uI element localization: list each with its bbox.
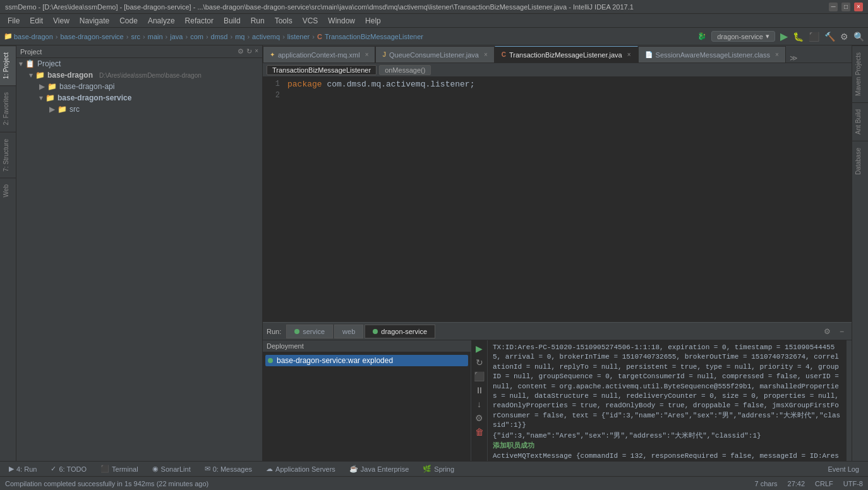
run-tab-service[interactable]: service xyxy=(286,325,333,338)
base-dragon-path: D:\Ares\idea\ssmDemo\base-dragon xyxy=(99,72,202,79)
menu-edit[interactable]: Edit xyxy=(25,15,48,27)
bottom-tab-run[interactable]: ▶ 4: Run xyxy=(3,463,43,474)
nav-base-dragon-service[interactable]: base-dragon-service xyxy=(60,33,123,40)
menu-file[interactable]: File xyxy=(3,15,25,27)
tab-close-queue[interactable]: × xyxy=(484,51,488,58)
menu-tools[interactable]: Tools xyxy=(270,15,298,27)
java-icon-t: C xyxy=(502,51,506,58)
output-panel[interactable]: TX:ID:Ares-PC-51020-1510905274506-1:1:18… xyxy=(488,340,847,461)
vtab-ant[interactable]: Ant Build xyxy=(852,102,868,141)
tree-item-base-dragon[interactable]: ▾ 📁 base-dragon D:\Ares\idea\ssmDemo\bas… xyxy=(16,69,262,81)
close-btn[interactable]: × xyxy=(854,3,863,11)
tree-item-base-dragon-api[interactable]: ▶ 📁 base-dragon-api xyxy=(16,81,262,92)
run-settings-btn[interactable]: ⚙ xyxy=(474,412,485,424)
run-config-label: 🐉 xyxy=(697,32,706,40)
tree-item-project-root[interactable]: ▾ 📋 Project xyxy=(16,58,262,69)
run-tab-web[interactable]: web xyxy=(334,325,363,338)
tab-sessionaware[interactable]: 📄 SessionAwareMessageListener.class × xyxy=(638,46,786,63)
nav-sep2: › xyxy=(126,33,129,40)
tab-close-transaction[interactable]: × xyxy=(627,51,631,58)
build-btn[interactable]: 🔨 xyxy=(824,32,835,42)
status-right-area: 7 chars 27:42 CRLF UTF-8 xyxy=(754,480,863,487)
vtab-project[interactable]: 1: Project xyxy=(0,45,16,85)
nav-mq[interactable]: mq xyxy=(235,33,244,40)
bottom-tab-eventlog[interactable]: Event Log xyxy=(821,464,865,474)
run-btn[interactable]: ▶ xyxy=(780,30,788,42)
bottom-tab-appservers[interactable]: ☁ Application Servers xyxy=(260,463,342,474)
menu-navigate[interactable]: Navigate xyxy=(75,15,114,27)
bottom-tab-messages[interactable]: ✉ 0: Messages xyxy=(198,463,258,474)
bottom-tab-javaee[interactable]: ☕ Java Enterprise xyxy=(343,463,415,474)
run-clear-btn[interactable]: 🗑 xyxy=(474,426,485,438)
tree-item-src[interactable]: ▶ 📁 src xyxy=(16,104,262,115)
output-line-success-1: 添加职员成功 xyxy=(493,441,841,451)
nav-sep7: › xyxy=(230,33,232,40)
deployment-item[interactable]: base-dragon-service:war exploded xyxy=(265,355,468,366)
tab-close-appcontext[interactable]: × xyxy=(365,51,369,58)
run-play-btn[interactable]: ▶ xyxy=(474,343,485,354)
sonar-tab-icon: ◉ xyxy=(152,465,159,473)
vtab-database[interactable]: Database xyxy=(852,141,868,181)
status-linesep[interactable]: CRLF xyxy=(815,480,833,487)
menu-build[interactable]: Build xyxy=(219,15,246,27)
vtab-favorites[interactable]: 2: Favorites xyxy=(0,85,16,131)
menu-code[interactable]: Code xyxy=(114,15,143,27)
editor-content[interactable]: 1 package com.dmsd.mq.activemq.listener;… xyxy=(263,77,852,322)
gear-icon[interactable]: ⚙ xyxy=(238,47,244,56)
run-tab-settings[interactable]: ⚙ xyxy=(820,327,835,336)
run-tab-dragonservice[interactable]: dragon-service xyxy=(365,325,435,338)
nav-classname[interactable]: TransactionBizMessageListener xyxy=(325,33,423,40)
nav-main[interactable]: main xyxy=(148,33,163,40)
run-reload-btn[interactable]: ↻ xyxy=(474,357,485,368)
stop-btn[interactable]: ⬛ xyxy=(809,32,819,42)
search-icon[interactable]: 🔍 xyxy=(853,32,864,42)
method-tab-class[interactable]: TransactionBizMessageListener xyxy=(267,65,377,75)
chevron-down-icon: ▾ xyxy=(19,59,23,68)
bottom-tab-sonar[interactable]: ◉ SonarLint xyxy=(146,463,197,474)
nav-activemq[interactable]: activemq xyxy=(252,33,280,40)
nav-com[interactable]: com xyxy=(190,33,203,40)
menu-run[interactable]: Run xyxy=(246,15,270,27)
vtab-web[interactable]: Web xyxy=(0,177,16,203)
nav-java[interactable]: java xyxy=(170,33,183,40)
close-icon[interactable]: × xyxy=(255,47,258,56)
vtab-structure[interactable]: 7: Structure xyxy=(0,132,16,178)
tab-close-session[interactable]: × xyxy=(775,51,779,58)
menu-analyze[interactable]: Analyze xyxy=(143,15,180,27)
sync-icon[interactable]: ↻ xyxy=(246,47,252,56)
code-line-2: 2 xyxy=(263,91,852,102)
run-pause-btn[interactable]: ⏸ xyxy=(474,385,485,396)
minimize-btn[interactable]: ─ xyxy=(829,3,838,11)
run-arrow-btn[interactable]: ↓ xyxy=(474,398,485,410)
bottom-tab-terminal[interactable]: ⬛ Terminal xyxy=(94,463,145,474)
nav-listener[interactable]: listener xyxy=(287,33,310,40)
menu-refactor[interactable]: Refactor xyxy=(180,15,219,27)
bottom-tab-todo[interactable]: ✓ 6: TODO xyxy=(44,463,93,474)
settings-icon[interactable]: ⚙ xyxy=(840,32,848,42)
run-stop-btn[interactable]: ⬛ xyxy=(474,371,485,382)
bottom-tab-spring[interactable]: 🌿 Spring xyxy=(416,463,461,474)
deployment-label: Deployment xyxy=(267,342,304,350)
menu-view[interactable]: View xyxy=(48,15,75,27)
tab-more-icon[interactable]: ≫ xyxy=(786,54,802,63)
src-label: src xyxy=(69,105,80,114)
menu-help[interactable]: Help xyxy=(360,15,386,27)
run-content-area: Deployment base-dragon-service:war explo… xyxy=(263,340,852,461)
tab-appcontext-mq[interactable]: ✦ applicationContext-mq.xml × xyxy=(263,46,375,63)
menu-window[interactable]: Window xyxy=(323,15,360,27)
tab-transactionbiz[interactable]: C TransactionBizMessageListener.java × xyxy=(495,46,638,63)
status-encoding[interactable]: UTF-8 xyxy=(843,480,863,487)
output-scrollbar[interactable] xyxy=(847,340,852,461)
nav-base-dragon[interactable]: base-dragon xyxy=(14,33,53,40)
tab-queueconsume[interactable]: J QueueConsumeListener.java × xyxy=(375,46,494,63)
menu-vcs[interactable]: VCS xyxy=(298,15,323,27)
run-config-selector[interactable]: dragon-service ▾ xyxy=(711,31,775,42)
debug-btn[interactable]: 🐛 xyxy=(793,32,804,42)
nav-src[interactable]: src xyxy=(131,33,140,40)
vtab-maven[interactable]: Maven Projects xyxy=(852,45,868,102)
nav-dmsd[interactable]: dmsd xyxy=(211,33,228,40)
maximize-btn[interactable]: □ xyxy=(841,3,850,11)
method-tab-onmessage[interactable]: onMessage() xyxy=(379,65,431,75)
tree-item-base-dragon-service[interactable]: ▾ 📁 base-dragon-service xyxy=(16,92,262,104)
run-tab-minimize[interactable]: − xyxy=(836,327,848,336)
